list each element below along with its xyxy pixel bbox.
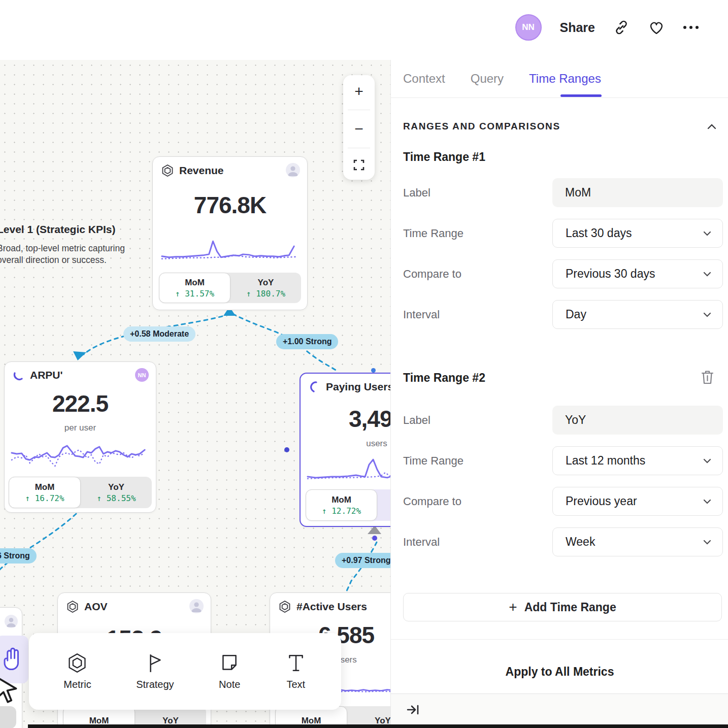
metric-value: 776.8K (153, 191, 307, 219)
flag-icon (144, 652, 166, 674)
zoom-in-button[interactable]: + (354, 84, 363, 99)
tool-note[interactable]: Note (219, 652, 240, 690)
divider (391, 639, 728, 640)
sparkline (10, 437, 151, 474)
note-icon (219, 652, 240, 674)
metric-hexagon-icon (161, 164, 174, 177)
copy-link-button[interactable] (613, 19, 630, 36)
add-time-range-button[interactable]: + Add Time Range (403, 593, 722, 621)
mom-toggle[interactable]: MoM ↑ 12.72% (306, 489, 377, 521)
metric-card-revenue[interactable]: Revenue 776.8K MoM ↑ 31.57% YoY ↑ 180.7% (152, 156, 308, 310)
metric-unit: per user (5, 423, 156, 433)
field-label: Label (403, 414, 552, 427)
divider (391, 97, 728, 98)
time-range-select[interactable]: Last 30 days (552, 219, 723, 248)
chevron-up-icon (707, 123, 717, 130)
label-input-field[interactable] (552, 406, 723, 435)
divider (348, 148, 370, 148)
derived-metric-arc-icon (13, 369, 25, 381)
plus-icon: + (509, 600, 517, 614)
link-icon (613, 19, 630, 36)
owner-avatar-nn: NN (135, 368, 149, 382)
correlation-badge[interactable]: +0.97 Strong (335, 553, 397, 568)
yoy-toggle[interactable]: YoY ↑ 180.7% (230, 273, 301, 303)
chevron-down-icon (703, 458, 711, 464)
time-range-1-title: Time Range #1 (403, 150, 485, 164)
share-button[interactable]: Share (560, 20, 595, 35)
field-label: Interval (403, 536, 552, 549)
correlation-badge[interactable]: 66 Strong (0, 548, 37, 564)
app-window: Level 1 (Strategic KPIs) Broad, top-leve… (0, 0, 728, 728)
tool-text[interactable]: Text (285, 652, 307, 690)
time-range-select[interactable]: Last 12 months (552, 446, 723, 475)
select-tool[interactable] (0, 675, 21, 707)
trash-icon (701, 370, 714, 385)
label-input-field[interactable] (552, 178, 723, 207)
apply-to-all-metrics-button[interactable]: Apply to All Metrics (391, 665, 728, 679)
details-panel: Context Query Time Ranges RANGES AND COM… (390, 51, 728, 728)
window-bottom-bar (28, 724, 728, 728)
user-avatar[interactable]: NN (515, 14, 542, 41)
zoom-out-button[interactable]: − (354, 121, 363, 137)
level-desc-line2: overall direction or success. (0, 254, 125, 266)
level-annotation: Level 1 (Strategic KPIs) Broad, top-leve… (0, 223, 125, 266)
tab-context[interactable]: Context (403, 72, 445, 86)
compare-to-select[interactable]: Previous year (552, 487, 723, 516)
heart-icon (648, 19, 665, 36)
connection-handle[interactable] (284, 447, 289, 452)
card-title: #Active Users (296, 601, 367, 613)
interval-select[interactable]: Day (552, 300, 723, 329)
panel-tabs: Context Query Time Ranges (403, 60, 601, 97)
field-label: Time Range (403, 227, 552, 240)
field-label: Interval (403, 308, 552, 321)
field-label: Time Range (403, 454, 552, 468)
tab-query[interactable]: Query (471, 72, 504, 86)
connection-handle[interactable] (372, 536, 377, 541)
collapse-panel-button[interactable] (406, 704, 419, 716)
field-label: Compare to (403, 495, 552, 508)
collapse-section-button[interactable] (707, 123, 717, 130)
metric-hexagon-icon (66, 600, 79, 613)
time-range-2-title: Time Range #2 (403, 371, 485, 385)
interval-select[interactable]: Week (552, 527, 723, 556)
chevron-down-icon (703, 312, 711, 317)
label-input[interactable] (552, 406, 723, 435)
chevron-down-icon (703, 499, 711, 504)
canvas-toolbar: Metric Strategy Note Text (29, 633, 341, 710)
level-desc-line1: Broad, top-level metric capturing (0, 243, 125, 254)
mom-toggle[interactable]: MoM ↑ 31.57% (159, 273, 230, 303)
field-label: Label (403, 186, 552, 200)
card-title: ARPU' (30, 369, 63, 381)
metric-value: 222.5 (5, 390, 156, 417)
metric-card-arpu[interactable]: ARPU' NN 222.5 per user MoM ↑ 16.72% YoY… (4, 361, 156, 513)
metric-hexagon-icon (278, 600, 291, 613)
derived-metric-arc-icon (309, 381, 321, 393)
owner-avatar (286, 163, 300, 177)
more-options-button[interactable] (683, 26, 699, 29)
active-tab-indicator (560, 94, 602, 97)
hand-icon (1, 645, 24, 674)
fit-view-button[interactable] (353, 159, 365, 171)
sparkline (160, 234, 300, 266)
compare-to-select[interactable]: Previous 30 days (552, 259, 723, 288)
connection-handle[interactable] (371, 368, 376, 373)
label-input[interactable] (552, 178, 723, 207)
chevron-down-icon (703, 540, 711, 545)
divider (348, 110, 370, 110)
card-title: Paying Users' (326, 381, 396, 393)
correlation-badge[interactable]: +0.58 Moderate (123, 326, 195, 342)
field-label: Compare to (403, 268, 552, 281)
favorite-button[interactable] (648, 19, 665, 36)
yoy-toggle[interactable] (0, 706, 16, 728)
fullscreen-icon (353, 159, 365, 171)
correlation-badge[interactable]: +1.00 Strong (276, 334, 338, 349)
card-title: AOV (84, 601, 108, 613)
level-title: Level 1 (Strategic KPIs) (0, 223, 125, 236)
tab-time-ranges[interactable]: Time Ranges (529, 72, 601, 86)
tool-metric[interactable]: Metric (63, 652, 91, 690)
delete-time-range-button[interactable] (701, 370, 714, 385)
cursor-icon (0, 675, 21, 707)
mom-toggle[interactable]: MoM ↑ 16.72% (9, 477, 81, 508)
tool-strategy[interactable]: Strategy (136, 652, 174, 690)
yoy-toggle[interactable]: YoY ↑ 58.55% (81, 477, 152, 508)
